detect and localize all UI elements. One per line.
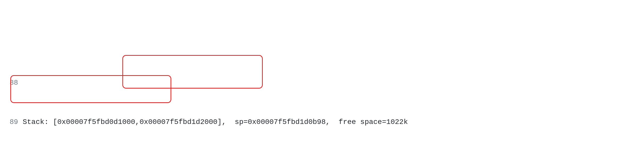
code-line: 89 Stack: [0x00007f5fbd0d1000,0x00007f5f…: [0, 117, 644, 127]
line-number: 88: [0, 78, 23, 88]
code-content: Stack: [0x00007f5fbd0d1000,0x00007f5fbd1…: [23, 117, 408, 127]
code-content: [23, 78, 27, 88]
line-number: 89: [0, 117, 23, 127]
code-line: 88: [0, 78, 644, 88]
code-block: 88 89 Stack: [0x00007f5fbd0d1000,0x00007…: [0, 49, 644, 157]
